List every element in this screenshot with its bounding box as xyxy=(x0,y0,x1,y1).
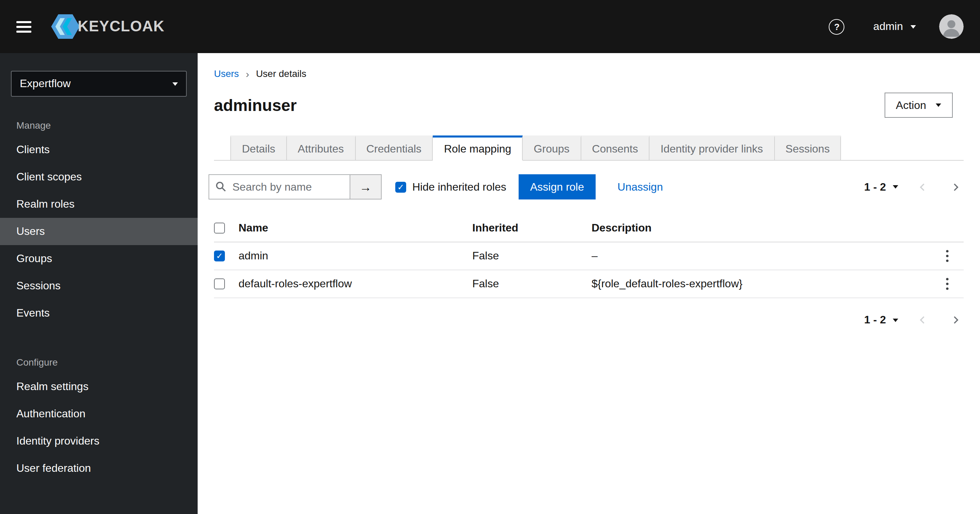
tab-credentials[interactable]: Credentials xyxy=(355,135,433,161)
page-header: adminuser Action xyxy=(214,93,964,118)
pagination-prev-button[interactable] xyxy=(915,179,931,195)
sidebar-item-groups[interactable]: Groups xyxy=(0,245,197,272)
chevron-down-icon xyxy=(936,103,941,107)
hamburger-icon xyxy=(16,21,31,32)
table-row: admin False – xyxy=(214,242,964,270)
tab-role-mapping[interactable]: Role mapping xyxy=(433,135,523,161)
sidebar-item-user-federation[interactable]: User federation xyxy=(0,455,197,482)
page-title: adminuser xyxy=(214,96,297,115)
search-input[interactable] xyxy=(208,174,350,200)
sidebar-item-users[interactable]: Users xyxy=(0,218,197,245)
main-content: Users › User details adminuser Action De… xyxy=(197,53,980,514)
tab-identity-provider-links[interactable]: Identity provider links xyxy=(649,135,775,161)
role-name: default-roles-expertflow xyxy=(239,278,472,290)
chevron-down-icon xyxy=(893,185,898,189)
row-checkbox[interactable] xyxy=(214,251,225,262)
realm-name: Expertflow xyxy=(20,78,70,90)
pagination-range: 1 - 2 xyxy=(864,181,886,193)
bottom-pagination-bar: 1 - 2 xyxy=(214,312,964,328)
role-inherited: False xyxy=(472,278,592,290)
column-header-description: Description xyxy=(592,222,931,234)
sidebar-item-realm-settings[interactable]: Realm settings xyxy=(0,373,197,400)
table-row: default-roles-expertflow False ${role_de… xyxy=(214,270,964,298)
tab-consents[interactable]: Consents xyxy=(581,135,649,161)
chevron-down-icon xyxy=(172,82,178,86)
role-name: admin xyxy=(239,250,472,262)
kebab-menu-button[interactable] xyxy=(940,276,954,292)
sidebar-item-realm-roles[interactable]: Realm roles xyxy=(0,190,197,218)
kebab-menu-button[interactable] xyxy=(940,248,954,264)
sidebar: Expertflow Manage Clients Client scopes … xyxy=(0,53,197,514)
brand-name: KEYCLOAK xyxy=(78,18,165,35)
role-description: – xyxy=(592,250,931,262)
tab-sessions[interactable]: Sessions xyxy=(775,135,841,161)
search-icon xyxy=(215,181,226,192)
pagination-bottom: 1 - 2 xyxy=(864,312,964,328)
pagination-next-button[interactable] xyxy=(947,312,964,328)
pagination-next-button[interactable] xyxy=(947,179,964,195)
breadcrumb-separator-icon: › xyxy=(246,68,249,79)
breadcrumb: Users › User details xyxy=(214,68,964,79)
nav-section-configure: Configure Realm settings Authentication … xyxy=(0,357,197,482)
nav-section-manage: Manage Clients Client scopes Realm roles… xyxy=(0,120,197,327)
sidebar-item-identity-providers[interactable]: Identity providers xyxy=(0,428,197,455)
hide-inherited-checkbox[interactable] xyxy=(395,181,406,192)
table-header-row: Name Inherited Description xyxy=(214,214,964,242)
action-label: Action xyxy=(896,99,926,111)
help-icon[interactable]: ? xyxy=(829,19,845,34)
toolbar: → Hide inherited roles Assign role Unass… xyxy=(208,174,964,200)
sidebar-item-client-scopes[interactable]: Client scopes xyxy=(0,163,197,190)
keycloak-logo: KEYCLOAK xyxy=(51,14,165,40)
select-all-checkbox[interactable] xyxy=(214,223,225,233)
sidebar-item-events[interactable]: Events xyxy=(0,300,197,327)
tab-details[interactable]: Details xyxy=(230,135,287,161)
masthead: KEYCLOAK ? admin xyxy=(0,0,980,53)
tab-groups[interactable]: Groups xyxy=(523,135,581,161)
assign-role-button[interactable]: Assign role xyxy=(519,174,596,200)
row-checkbox[interactable] xyxy=(214,278,225,289)
hide-inherited-toggle: Hide inherited roles xyxy=(395,181,506,193)
role-inherited: False xyxy=(472,250,592,262)
chevron-down-icon xyxy=(910,25,916,28)
sidebar-item-authentication[interactable]: Authentication xyxy=(0,400,197,428)
pagination-dropdown-button[interactable]: 1 - 2 xyxy=(864,314,898,326)
role-description: ${role_default-roles-expertflow} xyxy=(592,278,931,290)
chevron-down-icon xyxy=(893,318,898,322)
arrow-right-icon: → xyxy=(360,181,372,193)
action-dropdown-button[interactable]: Action xyxy=(884,93,953,118)
sidebar-item-clients[interactable]: Clients xyxy=(0,136,197,163)
search-submit-button[interactable]: → xyxy=(350,174,382,200)
nav-section-title: Manage xyxy=(16,120,197,131)
unassign-link[interactable]: Unassign xyxy=(617,181,663,193)
keycloak-logo-icon xyxy=(51,14,80,40)
pagination-prev-button[interactable] xyxy=(915,312,931,328)
menu-toggle-button[interactable] xyxy=(16,21,31,32)
user-menu-button[interactable]: admin xyxy=(873,21,916,33)
breadcrumb-link-users[interactable]: Users xyxy=(214,68,239,79)
pagination-dropdown-button[interactable]: 1 - 2 xyxy=(864,181,898,193)
role-mapping-table: Name Inherited Description admin False – xyxy=(214,214,964,298)
keycloak-admin-console: KEYCLOAK ? admin Expertflow Manage xyxy=(0,0,980,514)
search-group: → xyxy=(208,174,382,200)
help-glyph: ? xyxy=(834,21,840,32)
tab-attributes[interactable]: Attributes xyxy=(287,135,355,161)
column-header-inherited: Inherited xyxy=(472,222,592,234)
username: admin xyxy=(873,21,903,33)
sidebar-item-sessions[interactable]: Sessions xyxy=(0,272,197,300)
column-header-name: Name xyxy=(239,222,472,234)
tab-bar: Details Attributes Credentials Role mapp… xyxy=(214,135,964,161)
pagination-range: 1 - 2 xyxy=(864,314,886,326)
realm-selector[interactable]: Expertflow xyxy=(11,71,187,97)
hide-inherited-label: Hide inherited roles xyxy=(412,181,506,193)
avatar[interactable] xyxy=(939,14,964,39)
pagination-top: 1 - 2 xyxy=(864,179,964,195)
nav-section-title: Configure xyxy=(16,357,197,368)
breadcrumb-current: User details xyxy=(256,68,306,79)
